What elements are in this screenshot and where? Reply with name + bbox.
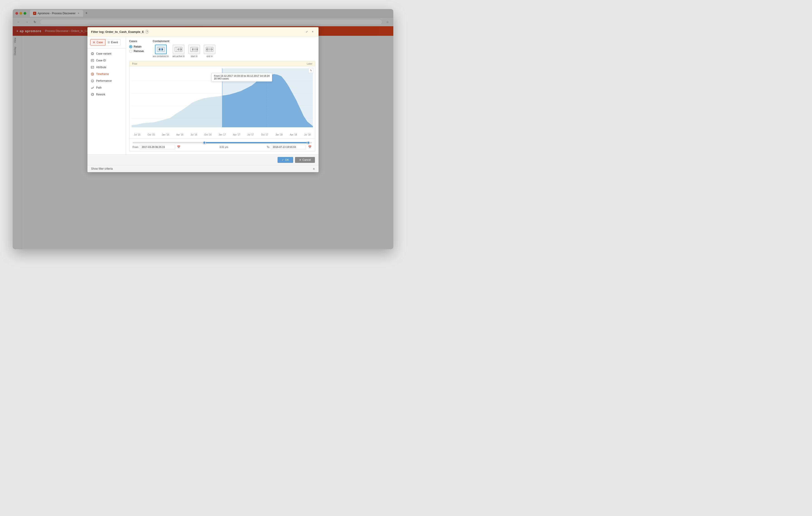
x-label-6: Jan '17 (219, 133, 226, 136)
to-date-input[interactable] (271, 145, 306, 149)
range-track[interactable] (133, 142, 312, 143)
remove-label: Remove (134, 50, 144, 53)
performance-icon (91, 79, 94, 83)
active-in-label: are active in (172, 55, 185, 58)
range-handle-right[interactable] (307, 141, 310, 144)
end-in-label: end in (206, 55, 212, 58)
date-inputs-row: From 📅 3.01 yrs To (133, 145, 312, 149)
x-label-12: Jul '18 (304, 133, 311, 136)
containment-active-in[interactable]: are active in (172, 44, 185, 58)
chart-tooltip: From 19.12.2017 14:33:33 to 30.12.2017 1… (211, 73, 272, 82)
contained-in-label: are contained in (153, 55, 169, 58)
filter-menu: Case variant Case I (87, 49, 126, 100)
x-label-0: Jul '15 (134, 133, 141, 136)
tooltip-line1: From 19.12.2017 14:33:33 to 30.12.2017 1… (214, 74, 270, 77)
modal-header-actions: ⤢ × (304, 29, 315, 34)
from-date-input[interactable] (140, 145, 175, 149)
svg-marker-35 (212, 48, 213, 51)
case-id-label: Case ID (96, 59, 106, 62)
x-label-5: Oct '16 (204, 133, 211, 136)
show-filter-expand-icon[interactable]: ∧ (313, 167, 315, 170)
modal-help-icon[interactable]: ? (145, 30, 149, 33)
to-date-group: To 📅 (267, 145, 312, 149)
ok-label: OK (285, 158, 289, 161)
svg-point-11 (91, 93, 94, 96)
end-in-icon-box (204, 44, 215, 54)
modal-footer: ✓ OK ✕ Cancel (87, 154, 319, 165)
x-axis-labels: Jul '15 Oct '15 Jan '16 Apr '16 Jul '16 … (132, 132, 313, 137)
case-variant-icon (91, 52, 94, 56)
modal-body: ✕ Case ☰ Event (87, 36, 319, 154)
modal-close-button[interactable]: × (310, 29, 315, 34)
modal-dialog: Filter log: Order_to_Cash_Example_E ? ⤢ … (87, 27, 319, 172)
chart-edit-button[interactable]: ✎ (308, 68, 313, 73)
filter-menu-item-rework[interactable]: Rework (87, 91, 126, 98)
from-calendar-icon[interactable]: 📅 (176, 145, 181, 149)
filter-content: Cases Retain Remove (126, 36, 319, 154)
modal-header: Filter log: Order_to_Cash_Example_E ? ⤢ … (87, 27, 319, 36)
active-in-icon-box (173, 44, 184, 54)
cases-label: Cases (129, 40, 147, 43)
x-label-2: Jan '16 (162, 133, 169, 136)
browser-window: A Apromore - Process Discoverer × + ← → … (13, 9, 393, 249)
containment-contained-in[interactable]: are contained in (153, 44, 169, 58)
filter-menu-item-attribute[interactable]: Attribute (87, 64, 126, 71)
to-label: To (267, 146, 269, 148)
from-label: From (133, 146, 139, 148)
path-icon (91, 86, 94, 89)
tab-case-label: Case (96, 41, 103, 44)
timeframe-icon (91, 72, 94, 76)
x-label-1: Oct '15 (147, 133, 154, 136)
path-label: Path (96, 86, 102, 89)
modal-title: Filter log: Order_to_Cash_Example_E ? (91, 30, 149, 33)
range-slider-section: From 📅 3.01 yrs To (129, 139, 315, 151)
start-in-icon-box (188, 44, 200, 54)
tooltip-line2: 20 943 cases (214, 77, 270, 80)
filter-menu-item-case-id[interactable]: Case ID (87, 57, 126, 64)
modal-expand-button[interactable]: ⤢ (304, 29, 309, 34)
filter-sidebar: ✕ Case ☰ Event (87, 36, 126, 154)
cases-section: Cases Retain Remove (129, 40, 147, 58)
duration-display: 3.01 yrs (183, 146, 265, 148)
modal-overlay: Filter log: Order_to_Cash_Example_E ? ⤢ … (13, 9, 393, 249)
x-label-3: Apr '16 (176, 133, 183, 136)
svg-line-9 (92, 74, 93, 75)
later-label: Later (307, 62, 313, 65)
containment-section: Containment (153, 40, 315, 58)
containment-end-in[interactable]: end in (204, 44, 215, 58)
cancel-button[interactable]: ✕ Cancel (295, 157, 315, 163)
remove-option[interactable]: Remove (129, 50, 147, 53)
prior-later-bar: Prior Later (129, 61, 315, 66)
filter-tabs: ✕ Case ☰ Event (87, 39, 126, 49)
duration-value: 3.01 yrs (219, 146, 228, 148)
remove-radio[interactable] (129, 50, 132, 53)
from-date-group: From 📅 (133, 145, 181, 149)
range-handle-left[interactable] (203, 141, 206, 144)
retain-radio[interactable] (129, 45, 132, 48)
ok-button[interactable]: ✓ OK (278, 157, 293, 163)
timeframe-label: Timeframe (96, 72, 109, 75)
containment-start-in[interactable]: start in (188, 44, 200, 58)
retain-option[interactable]: Retain (129, 45, 147, 48)
tab-case[interactable]: ✕ Case (90, 39, 105, 45)
case-variant-label: Case variant (96, 52, 111, 55)
show-filter-label[interactable]: Show filter criteria (91, 167, 113, 170)
case-id-icon (91, 59, 94, 62)
svg-rect-4 (91, 66, 94, 68)
filter-options-row: Cases Retain Remove (129, 40, 315, 58)
filter-menu-item-timeframe[interactable]: Timeframe (87, 71, 126, 78)
chart-area: ✎ From 19.12.2017 14:33:33 to 30.12.2017… (129, 66, 315, 139)
retain-label: Retain (134, 45, 142, 48)
modal-title-text: Filter log: Order_to_Cash_Example_E (91, 30, 144, 33)
to-calendar-icon[interactable]: 📅 (308, 145, 312, 149)
filter-menu-item-case-variant[interactable]: Case variant (87, 50, 126, 57)
ok-icon: ✓ (282, 158, 284, 161)
x-label-7: Apr '17 (233, 133, 240, 136)
tab-event[interactable]: ☰ Event (105, 39, 120, 45)
filter-menu-item-performance[interactable]: Performance (87, 78, 126, 84)
x-label-4: Jul '16 (191, 133, 197, 136)
x-label-10: Jan '18 (276, 133, 283, 136)
filter-menu-item-path[interactable]: Path (87, 84, 126, 91)
app-body: View Overlay Filter log: Order_to_Cash_E… (13, 36, 393, 249)
x-label-11: Apr '18 (290, 133, 297, 136)
